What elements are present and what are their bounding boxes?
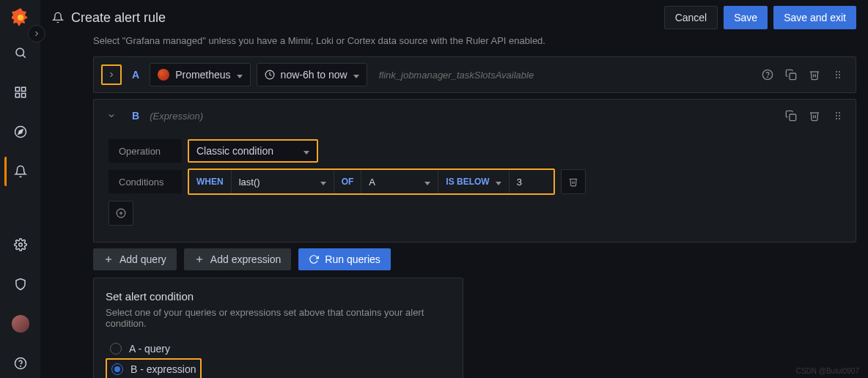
explore-icon[interactable] <box>6 117 35 147</box>
svg-point-8 <box>18 243 22 247</box>
expression-panel-b: B (Expression) Operation Classic conditi… <box>93 99 856 242</box>
shield-icon[interactable] <box>6 270 35 299</box>
condition-option-b[interactable]: B - expression <box>106 358 202 378</box>
radio-icon <box>110 343 122 355</box>
prometheus-icon <box>158 69 169 81</box>
svg-rect-2 <box>15 87 19 91</box>
operation-value: Classic condition <box>196 145 273 157</box>
sidebar <box>0 0 40 378</box>
operation-select[interactable]: Classic condition <box>188 139 318 163</box>
svg-rect-4 <box>15 94 19 97</box>
svg-point-19 <box>836 77 837 78</box>
when-function-value: last() <box>239 177 260 188</box>
svg-point-15 <box>836 71 837 73</box>
dashboard-icon[interactable] <box>6 78 35 107</box>
conditions-label: Conditions <box>108 170 182 193</box>
svg-rect-21 <box>790 114 796 121</box>
avatar[interactable] <box>6 309 35 338</box>
add-query-button[interactable]: Add query <box>93 248 177 270</box>
svg-point-18 <box>839 74 840 75</box>
chevron-down-icon <box>424 176 430 188</box>
svg-point-24 <box>836 115 837 116</box>
svg-point-0 <box>18 15 23 21</box>
drag-icon[interactable] <box>828 105 848 126</box>
alert-condition-title: Set alert condition <box>106 290 451 303</box>
svg-point-13 <box>768 77 768 78</box>
chevron-down-icon <box>237 69 243 81</box>
bell-icon <box>52 12 64 23</box>
svg-point-1 <box>16 48 24 56</box>
alert-condition-panel: Set alert condition Select one of your q… <box>93 278 463 378</box>
comparator-value: IS BELOW <box>446 177 489 187</box>
svg-point-22 <box>836 112 837 114</box>
delete-icon[interactable] <box>804 105 825 126</box>
delete-condition-button[interactable] <box>561 169 586 194</box>
run-queries-button[interactable]: Run queries <box>298 248 391 270</box>
drag-icon[interactable] <box>828 64 848 85</box>
help-icon[interactable] <box>6 349 35 378</box>
page-header: Create alert rule Cancel Save Save and e… <box>40 0 868 35</box>
save-button[interactable]: Save <box>724 6 768 29</box>
comparator-select[interactable]: IS BELOW <box>438 170 509 193</box>
add-expression-label: Add expression <box>210 253 282 265</box>
when-function-select[interactable]: last() <box>232 170 334 193</box>
alerting-icon[interactable] <box>4 157 34 186</box>
svg-point-17 <box>836 74 837 75</box>
when-keyword: WHEN <box>196 177 224 187</box>
chevron-down-icon <box>304 145 309 157</box>
chevron-down-icon <box>496 176 501 188</box>
condition-builder: WHEN last() OF A IS BELOW <box>188 168 555 195</box>
expression-type-label: (Expression) <box>150 111 203 122</box>
settings-icon[interactable] <box>6 230 35 259</box>
condition-option-a-label: A - query <box>129 343 170 355</box>
collapse-toggle-b[interactable] <box>101 105 122 126</box>
svg-point-20 <box>839 77 840 78</box>
svg-point-26 <box>836 118 837 119</box>
copy-icon[interactable] <box>781 105 801 126</box>
add-query-label: Add query <box>119 253 166 265</box>
svg-point-25 <box>839 115 840 116</box>
grafana-logo-icon[interactable] <box>10 7 31 28</box>
rule-type-help: Select "Grafana managed" unless you have… <box>93 35 856 46</box>
time-range-value: now-6h to now <box>281 69 347 81</box>
operation-label: Operation <box>108 139 182 163</box>
sidebar-expand-button[interactable] <box>28 25 45 42</box>
chevron-down-icon <box>320 176 326 188</box>
datasource-select[interactable]: Prometheus <box>150 63 250 86</box>
alert-condition-help: Select one of your queries or expression… <box>106 307 451 329</box>
threshold-input[interactable]: 3 <box>510 170 553 193</box>
threshold-value: 3 <box>517 177 522 188</box>
condition-option-a[interactable]: A - query <box>106 339 451 358</box>
condition-option-b-label: B - expression <box>130 363 196 375</box>
page-title: Create alert rule <box>71 10 166 26</box>
svg-rect-3 <box>21 87 25 91</box>
delete-icon[interactable] <box>804 64 825 85</box>
save-exit-button[interactable]: Save and exit <box>773 6 856 29</box>
datasource-name: Prometheus <box>175 69 230 81</box>
watermark: CSDN @Bulut0907 <box>796 367 859 375</box>
svg-point-16 <box>839 71 840 73</box>
query-ref-a: A <box>128 69 144 81</box>
svg-marker-7 <box>18 130 23 134</box>
of-ref-value: A <box>369 177 375 188</box>
time-range-select[interactable]: now-6h to now <box>257 63 367 86</box>
of-ref-select[interactable]: A <box>361 170 438 193</box>
add-expression-button[interactable]: Add expression <box>184 248 292 270</box>
chevron-down-icon <box>353 69 359 81</box>
query-preview-text: flink_jobmanager_taskSlotsAvailable <box>373 70 751 81</box>
cancel-button[interactable]: Cancel <box>664 6 718 29</box>
of-keyword: OF <box>342 177 354 187</box>
radio-icon <box>111 363 123 375</box>
svg-rect-5 <box>21 94 25 97</box>
query-panel-a: A Prometheus now-6h to now flink_jobmana… <box>93 56 856 93</box>
svg-rect-14 <box>790 73 796 80</box>
collapse-toggle-a[interactable] <box>101 64 122 85</box>
svg-point-27 <box>839 118 840 119</box>
svg-point-10 <box>20 366 21 366</box>
add-condition-button[interactable] <box>108 201 133 226</box>
query-ref-b: B <box>128 110 144 122</box>
svg-point-23 <box>839 112 840 114</box>
copy-icon[interactable] <box>781 64 801 85</box>
query-help-icon[interactable] <box>757 64 778 85</box>
search-icon[interactable] <box>6 38 35 67</box>
